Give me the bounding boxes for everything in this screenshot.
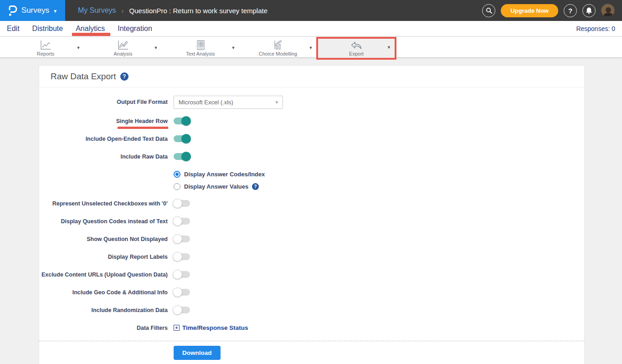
raw-data-export-help-icon[interactable]: ? (120, 72, 129, 81)
notifications-button[interactable] (582, 4, 596, 17)
choice-modelling-dropdown-caret[interactable]: ▼ (306, 44, 315, 52)
geo-code-toggle[interactable] (174, 289, 190, 296)
include-raw-data-toggle[interactable] (174, 153, 190, 160)
open-ended-text-row: Include Open-Ended Text Data (39, 130, 584, 148)
toolbar-text-analysis-label: Text Analysis (186, 51, 215, 56)
avatar-silhouette (601, 6, 615, 17)
display-answer-codes-option[interactable]: Display Answer Codes/Index (174, 168, 584, 180)
chevron-down-icon: ▼ (53, 9, 57, 14)
randomization-data-toggle[interactable] (174, 307, 190, 313)
display-answer-values-option[interactable]: Display Answer Values ? (174, 180, 584, 193)
toolbar-reports-label: Reports (37, 51, 55, 56)
display-answer-values-label: Display Answer Values (184, 183, 248, 190)
report-labels-row: Display Report Labels (39, 248, 584, 266)
single-header-row-label: Single Header Row (39, 118, 174, 124)
help-button[interactable]: ? (564, 4, 577, 17)
analysis-chart-icon (117, 40, 129, 51)
unselected-checkboxes-row: Represent Unselected Checkboxes with '0' (39, 195, 584, 212)
tab-distribute[interactable]: Distribute (32, 25, 63, 33)
toolbar-choice-modelling-label: Choice Modelling (259, 51, 297, 56)
survey-title: QuestionPro : Return to work survey temp… (129, 7, 267, 15)
include-raw-data-label: Include Raw Data (39, 154, 174, 160)
toolbar-choice-modelling[interactable]: Choice Modelling (246, 38, 310, 57)
user-avatar[interactable] (601, 4, 615, 17)
expand-plus-icon: + (174, 325, 180, 331)
output-format-select[interactable]: Microsoft Excel (.xls) ▾ (174, 96, 283, 109)
download-row: Download (39, 341, 584, 364)
breadcrumb-separator: › (122, 7, 124, 15)
top-header: Surveys ▼ My Surveys › QuestionPro : Ret… (0, 0, 622, 21)
text-analysis-icon (195, 40, 206, 51)
single-header-row-toggle[interactable] (174, 118, 190, 124)
tab-integration[interactable]: Integration (118, 25, 152, 33)
geo-code-row: Include Geo Code & Additional Info (39, 283, 584, 301)
open-ended-text-toggle[interactable] (174, 135, 190, 142)
analytics-toolbar: Reports ▼ Analysis ▼ Text Analysis ▼ (0, 36, 622, 58)
tab-edit[interactable]: Edit (7, 25, 20, 33)
toolbar-analysis-label: Analysis (114, 51, 133, 56)
question-mark-icon: ? (568, 7, 572, 15)
product-switcher[interactable]: Surveys ▼ (0, 0, 65, 21)
unselected-checkboxes-toggle[interactable] (174, 200, 190, 207)
output-format-row: Output File Format Microsoft Excel (.xls… (39, 92, 584, 112)
answer-display-radio-group: Display Answer Codes/Index Display Answe… (39, 165, 584, 195)
select-chevron-icon: ▾ (275, 99, 278, 105)
output-format-value: Microsoft Excel (.xls) (179, 99, 233, 106)
upgrade-now-button[interactable]: Upgrade Now (501, 4, 558, 17)
question-codes-row: Display Question Codes instead of Text (39, 212, 584, 230)
question-not-displayed-toggle[interactable] (174, 236, 190, 242)
toolbar-export[interactable]: Export (349, 41, 364, 56)
export-settings-form: Output File Format Microsoft Excel (.xls… (39, 87, 584, 364)
radio-unselected-icon[interactable] (174, 183, 180, 190)
panel-title-row: Raw Data Export ? (39, 66, 584, 87)
reports-chart-icon (40, 40, 51, 51)
breadcrumb: My Surveys › QuestionPro : Return to wor… (78, 6, 267, 15)
toolbar-text-analysis[interactable]: Text Analysis (169, 38, 232, 57)
question-not-displayed-row: Show Question Not Displayed (39, 230, 584, 248)
open-ended-text-label: Include Open-Ended Text Data (39, 136, 174, 142)
output-format-label: Output File Format (39, 99, 174, 105)
question-not-displayed-label: Show Question Not Displayed (39, 236, 174, 242)
toolbar-analysis[interactable]: Analysis (91, 38, 155, 57)
randomization-data-label: Include Randomization Data (39, 307, 174, 313)
time-response-status-link[interactable]: + Time/Response Status (174, 324, 248, 331)
product-name: Surveys (21, 6, 49, 15)
search-icon (486, 7, 492, 14)
choice-modelling-icon (272, 40, 284, 51)
unselected-checkboxes-label: Represent Unselected Checkboxes with '0' (39, 200, 174, 207)
answer-values-help-icon[interactable]: ? (252, 183, 259, 190)
exclude-content-urls-toggle[interactable] (174, 271, 190, 278)
text-analysis-dropdown-caret[interactable]: ▼ (229, 44, 238, 52)
breadcrumb-my-surveys[interactable]: My Surveys (78, 6, 116, 15)
radio-selected-icon[interactable] (174, 171, 180, 178)
download-button[interactable]: Download (174, 346, 221, 360)
geo-code-label: Include Geo Code & Additional Info (39, 289, 174, 296)
report-labels-toggle[interactable] (174, 253, 190, 260)
tab-analytics[interactable]: Analytics (76, 25, 105, 33)
display-answer-codes-label: Display Answer Codes/Index (184, 171, 265, 178)
single-header-row-annotation (118, 127, 168, 129)
bell-icon (586, 7, 592, 14)
analytics-annotation-highlight (72, 33, 110, 36)
include-raw-data-row: Include Raw Data (39, 148, 584, 165)
randomization-data-row: Include Randomization Data (39, 301, 584, 319)
toolbar-export-label: Export (349, 51, 364, 56)
search-button[interactable] (482, 4, 495, 17)
single-header-row: Single Header Row (39, 112, 584, 130)
toolbar-reports[interactable]: Reports (14, 38, 77, 57)
raw-data-export-panel: Raw Data Export ? Output File Format Mic… (39, 65, 585, 364)
question-codes-label: Display Question Codes instead of Text (39, 218, 174, 225)
questionpro-logo-icon (8, 4, 18, 17)
question-codes-toggle[interactable] (174, 218, 190, 225)
export-annotation-highlight: Export ▼ (316, 37, 396, 60)
header-actions: Upgrade Now ? (482, 4, 622, 17)
exclude-content-urls-label: Exclude Content URLs (Upload Question Da… (39, 272, 174, 278)
analysis-dropdown-caret[interactable]: ▼ (151, 44, 160, 52)
page-title: Raw Data Export (51, 72, 116, 82)
export-arrow-icon (350, 41, 363, 51)
data-filters-label: Data Filters (39, 325, 174, 331)
reports-dropdown-caret[interactable]: ▼ (74, 44, 83, 52)
responses-count: Responses: 0 (576, 25, 615, 32)
export-dropdown-caret[interactable]: ▼ (387, 45, 391, 50)
report-labels-label: Display Report Labels (39, 254, 174, 260)
